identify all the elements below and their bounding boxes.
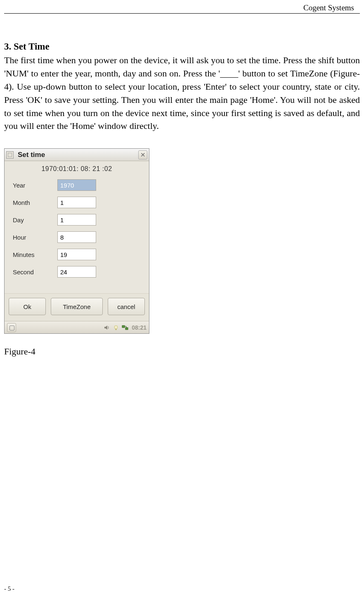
figure-caption: Figure-4 — [4, 346, 360, 357]
set-time-dialog: Set time ✕ 1970:01:01: 08: 21 :02 Year M… — [4, 148, 149, 334]
page-header-company: Cogent Systems — [303, 3, 354, 12]
dialog-button-row: Ok TimeZone cancel — [5, 293, 149, 321]
header-rule — [4, 13, 360, 14]
volume-icon[interactable] — [104, 324, 110, 331]
bulb-icon[interactable] — [113, 324, 119, 331]
taskbar: 08:21 — [5, 321, 149, 333]
taskbar-clock: 08:21 — [132, 324, 147, 331]
svg-point-0 — [114, 326, 118, 329]
label-month: Month — [13, 199, 57, 206]
page-number: - 5 - — [4, 585, 14, 592]
input-hour[interactable] — [57, 231, 96, 243]
close-button[interactable]: ✕ — [138, 150, 147, 159]
close-icon: ✕ — [140, 151, 146, 158]
form-area: Year Month Day Hour Minutes — [5, 179, 149, 293]
section-heading: 3. Set Time — [4, 41, 360, 52]
ok-button[interactable]: Ok — [9, 298, 46, 315]
window-icon — [6, 151, 14, 159]
section-paragraph: The first time when you power on the dev… — [4, 54, 360, 133]
cancel-button[interactable]: cancel — [108, 298, 145, 315]
row-year: Year — [13, 179, 143, 191]
label-minutes: Minutes — [13, 251, 57, 258]
screenshot-container: Set time ✕ 1970:01:01: 08: 21 :02 Year M… — [4, 148, 149, 334]
dialog-title: Set time — [18, 151, 138, 159]
svg-rect-3 — [125, 328, 128, 330]
start-button[interactable] — [7, 323, 16, 332]
input-day[interactable] — [57, 214, 96, 226]
row-minutes: Minutes — [13, 249, 143, 260]
input-year[interactable] — [57, 179, 96, 191]
label-year: Year — [13, 182, 57, 189]
input-month[interactable] — [57, 197, 96, 208]
row-day: Day — [13, 214, 143, 226]
input-minutes[interactable] — [57, 249, 96, 260]
page-content: 3. Set Time The first time when you powe… — [4, 41, 360, 357]
label-hour: Hour — [13, 234, 57, 241]
label-second: Second — [13, 269, 57, 276]
svg-rect-1 — [116, 329, 117, 330]
current-datetime: 1970:01:01: 08: 21 :02 — [5, 161, 149, 179]
input-second[interactable] — [57, 266, 96, 278]
svg-rect-2 — [122, 326, 125, 328]
row-month: Month — [13, 197, 143, 208]
network-icon[interactable] — [122, 324, 128, 331]
timezone-button[interactable]: TimeZone — [51, 298, 103, 315]
row-second: Second — [13, 266, 143, 278]
dialog-titlebar: Set time ✕ — [5, 149, 149, 161]
row-hour: Hour — [13, 231, 143, 243]
label-day: Day — [13, 216, 57, 223]
